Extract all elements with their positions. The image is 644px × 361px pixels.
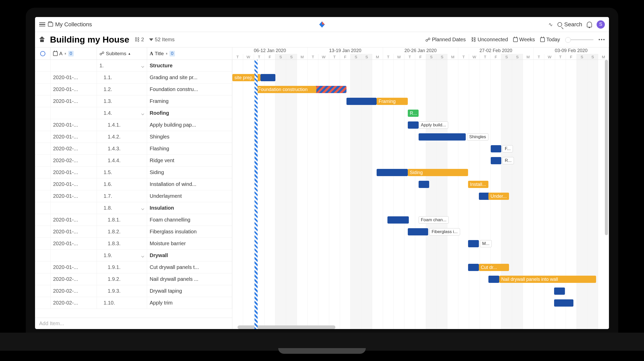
link-count[interactable]: ⛓ 2 <box>134 37 144 43</box>
gantt-bar[interactable] <box>468 240 479 247</box>
unconnected-button[interactable]: ⛓ Unconnected <box>471 37 508 43</box>
status-column-header[interactable] <box>35 47 50 60</box>
chevron-down-icon[interactable]: ⌵ <box>141 63 144 69</box>
table-row[interactable]: 2020-01-...1.9.1.Cut drywall panels t... <box>35 261 232 273</box>
gantt-bar[interactable] <box>554 288 565 295</box>
day-header: W <box>544 54 555 60</box>
gantt-bar[interactable]: Install... <box>468 181 488 188</box>
day-header: S <box>501 54 512 60</box>
date-column-header[interactable]: A ▲▼ 0 <box>50 47 97 60</box>
table-row[interactable]: 2020-01-...1.8.1.Foam channelling <box>35 214 232 226</box>
day-header: W <box>469 54 480 60</box>
subitems-column-header[interactable]: ☍ Subitems ▲ <box>97 47 147 60</box>
add-item-input[interactable]: Add Item... <box>35 318 232 329</box>
table-row[interactable]: 2020-02-...1.9.3.Drywall taping <box>35 285 232 297</box>
table-row[interactable]: 1.9.⌵Drywall <box>35 250 232 261</box>
gantt-bar[interactable] <box>491 145 502 152</box>
table-row[interactable]: 2020-02-...1.10.Apply trim <box>35 297 232 309</box>
gantt-bar[interactable] <box>491 157 502 164</box>
gantt-label[interactable]: Shingles <box>467 133 488 141</box>
gantt-label[interactable]: R... <box>502 157 514 164</box>
gantt-bar[interactable] <box>479 193 490 200</box>
funnel-icon <box>149 38 153 41</box>
bell-icon[interactable] <box>587 22 592 27</box>
app-logo-icon[interactable] <box>319 21 325 28</box>
view-bar: Building my House ⛓ 2 52 Items ☍ Planned… <box>35 32 609 47</box>
table-row[interactable]: 2020-01-...1.4.1.Apply building pap... <box>35 119 232 131</box>
activity-icon[interactable]: ∿ <box>548 21 553 28</box>
week-header[interactable]: 03-09 Feb 2020 <box>534 47 609 54</box>
table-row[interactable]: 1.8.⌵Insulation <box>35 202 232 214</box>
gantt-label[interactable]: F... <box>502 145 513 152</box>
calendar-icon <box>53 51 58 56</box>
gantt-label[interactable]: Foam chan... <box>419 216 449 224</box>
gantt-bar[interactable]: Foundation construction <box>256 86 316 93</box>
gantt-bar[interactable] <box>377 169 408 176</box>
week-header[interactable]: 13-19 Jan 2020 <box>308 47 383 54</box>
table-row[interactable]: 2020-02-...1.4.4.Ridge vent <box>35 155 232 167</box>
gantt-bar[interactable] <box>419 181 429 188</box>
breadcrumb-label: My Collections <box>55 21 92 28</box>
gantt-bar[interactable]: Framing <box>377 98 408 105</box>
today-button[interactable]: Today <box>540 37 560 43</box>
gantt-bar[interactable] <box>387 216 409 224</box>
home-icon[interactable] <box>39 37 45 43</box>
table-row[interactable]: 2020-01-...1.8.3.Moisture barrier <box>35 238 232 250</box>
day-header: T <box>458 54 469 60</box>
gantt-bar[interactable]: Under... <box>488 193 509 200</box>
gantt-bar[interactable] <box>260 74 275 81</box>
day-header: T <box>232 54 243 60</box>
search-button[interactable]: Search <box>557 21 582 28</box>
chevron-down-icon[interactable]: ⌵ <box>141 205 144 211</box>
table-row[interactable]: 2020-01-...1.5.Siding <box>35 167 232 178</box>
table-row[interactable]: 2020-01-...1.7.Underlayment <box>35 190 232 202</box>
planned-dates-button[interactable]: ☍ Planned Dates <box>425 37 466 43</box>
table-row[interactable]: 2020-01-...1.6.Installation of wind... <box>35 178 232 190</box>
day-header: T <box>254 54 265 60</box>
filter-count[interactable]: 52 Items <box>149 37 175 43</box>
gantt-bar[interactable] <box>408 121 419 129</box>
more-icon[interactable] <box>599 39 605 40</box>
zoom-slider[interactable] <box>565 39 594 40</box>
week-header[interactable]: 27-02 Feb 2020 <box>458 47 533 54</box>
gantt-bar[interactable]: Nail drywall panels into wall <box>499 276 596 283</box>
gantt-bar[interactable]: Siding <box>408 169 468 176</box>
table-row[interactable]: 2020-01-...1.1.Grading and site pr... <box>35 72 232 84</box>
week-header[interactable]: 06-12 Jan 2020 <box>232 47 308 54</box>
day-header: S <box>275 54 286 60</box>
table-row[interactable]: 2020-01-...1.2.Foundation constru... <box>35 84 232 95</box>
table-row[interactable]: 2020-01-...1.3.Framing <box>35 95 232 107</box>
gantt-label[interactable]: Fiberglass i... <box>429 228 460 235</box>
gantt-label[interactable]: Apply build... <box>419 121 448 129</box>
chevron-down-icon[interactable]: ⌵ <box>141 252 144 259</box>
hamburger-menu-icon[interactable] <box>39 22 45 27</box>
table-row[interactable]: 2020-01-...1.4.2.Shingles <box>35 131 232 143</box>
gantt-bar[interactable]: R... <box>408 110 419 117</box>
gantt-bar[interactable] <box>468 264 479 271</box>
week-header[interactable]: 20-26 Jan 2020 <box>383 47 458 54</box>
day-header: T <box>480 54 491 60</box>
day-header: F <box>340 54 351 60</box>
gantt-bar[interactable] <box>346 98 377 105</box>
gantt-bar[interactable] <box>419 133 466 141</box>
chevron-down-icon[interactable]: ⌵ <box>141 110 144 116</box>
weeks-button[interactable]: Weeks <box>513 37 535 43</box>
day-header: T <box>533 54 544 60</box>
avatar[interactable]: S <box>597 20 605 29</box>
gantt-bar[interactable] <box>554 299 573 307</box>
vertical-scrollbar[interactable] <box>605 60 608 235</box>
table-row[interactable]: 2020-02-...1.4.3.Flashing <box>35 143 232 155</box>
breadcrumb[interactable]: My Collections <box>48 21 92 28</box>
table-row[interactable]: 2020-02-...1.9.2.Nail drywall panels ... <box>35 273 232 285</box>
title-column-header[interactable]: A Title ▲▼ 0 <box>147 47 232 60</box>
horizontal-scrollbar[interactable] <box>238 325 335 329</box>
table-row[interactable]: 2020-01-...1.8.2.Fiberglass insulation <box>35 226 232 238</box>
gantt-label[interactable]: M... <box>480 240 492 247</box>
gantt-bar[interactable] <box>488 276 499 283</box>
table-row[interactable]: 1.⌵Structure <box>35 60 232 72</box>
svg-marker-1 <box>322 21 325 24</box>
gantt-bar[interactable]: Cut dr... <box>479 264 509 271</box>
day-header: T <box>329 54 340 60</box>
table-row[interactable]: 1.4.⌵Roofing <box>35 107 232 119</box>
gantt-bar[interactable] <box>408 228 428 235</box>
